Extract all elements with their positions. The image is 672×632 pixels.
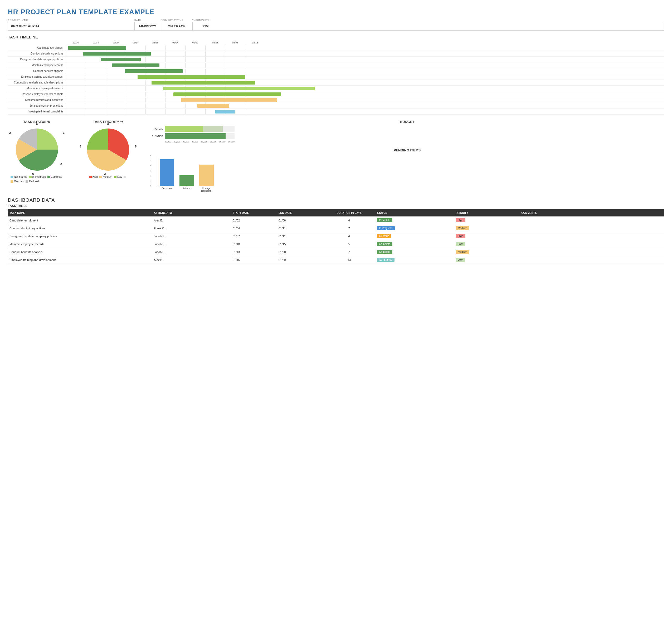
pending-labels: Decisions Actions Change Requests [157,186,664,192]
priority-badge: High [456,218,465,222]
budget-planned-row: PLANNED [150,133,235,139]
task-comments [520,248,664,256]
gantt-bar [197,104,229,108]
pending-y-axis: 0123456 [150,154,151,187]
gantt-bar [112,64,160,67]
task-start: 01/10 [231,240,277,248]
project-header: PROJECT NAME DATE PROJECT STATUS % COMPL… [8,19,664,30]
pending-bar-decisions [160,159,174,186]
gantt-bar [125,69,183,73]
task-priority: Low [454,256,520,264]
right-charts: BUDGET ACTUAL PLANNED 20,00030,00040,000… [150,120,664,192]
gantt-row: Candidate recruitment [8,45,664,51]
table-header-row: TASK NAME ASSIGNED TO START DATE END DAT… [8,209,664,217]
task-priority: High [454,232,520,240]
task-start: 01/07 [231,232,277,240]
gantt-row: Employee training and development [8,74,664,80]
gantt-bar [68,46,126,50]
col-header-priority: PRIORITY [454,209,520,217]
task-table: TASK NAME ASSIGNED TO START DATE END DAT… [8,209,664,264]
budget-actual-label: ACTUAL [150,127,165,130]
gantt-task-track [66,57,664,62]
pending-section: PENDING ITEMS 0123456 [150,148,664,192]
task-comments [520,217,664,224]
gantt-tick: 02/03 [205,41,225,44]
gantt-task-label: Design and update company policies [8,58,66,61]
gantt-task-label: Set standards for promotions [8,104,66,107]
gantt-bar [138,75,245,79]
task-assigned: Jacob S. [152,232,231,240]
status-badge: Not Started [377,258,394,262]
project-date: MM/DD/YY [135,22,161,30]
col-header-status: STATUS [375,209,454,217]
task-end: 01/08 [277,217,323,224]
budget-actual-track [165,126,235,132]
task-start: 01/16 [231,256,277,264]
gantt-task-label: Employee training and development [8,75,66,78]
gantt-tick: 01/19 [145,41,166,44]
gantt-row: Conduct disciplinary actions [8,51,664,57]
status-badge: Overdue [377,234,391,238]
task-duration: 13 [323,256,375,264]
status-badge: Complete [377,218,392,222]
task-status: In Progress [375,224,454,232]
task-end: 01/11 [277,224,323,232]
complete-label: % COMPLETE [192,19,219,21]
gantt-task-label: Conduct disciplinary actions [8,52,66,55]
gantt-row: Resolve employee internal conflicts [8,92,664,97]
task-priority: Medium [454,224,520,232]
task-name: Maintain employee records [8,240,152,248]
gantt-bar [215,110,235,113]
gantt-bar [163,86,315,90]
table-row: Candidate recruitment Alex B. 01/02 01/0… [8,217,664,224]
date-label: DATE [135,19,161,21]
task-status: Complete [375,240,454,248]
gantt-row: Investigate internal complaints [8,109,664,115]
gantt-row: Maintain employee records [8,62,664,68]
task-name: Candidate recruitment [8,217,152,224]
task-name: Conduct benefits analysis [8,248,152,256]
col-header-name: TASK NAME [8,209,152,217]
gantt-task-label: Candidate recruitment [8,46,66,49]
gantt-task-track [66,75,664,79]
task-duration: 7 [323,248,375,256]
task-end: 01/15 [277,240,323,248]
project-name-value: PROJECT ALPHA [8,22,135,30]
task-status-legend: Not Started In Progress Complete Overdue… [10,175,63,183]
task-priority: High [454,217,520,224]
gantt-task-track [66,109,664,114]
gantt-task-label: Disburse rewards and incentives [8,99,66,101]
priority-badge: Medium [456,250,469,254]
gantt-task-track [66,98,664,102]
decisions-bar [160,159,174,186]
task-priority-chart: TASK PRIORITY % 0 5 4 3 High Medium Low [79,120,137,178]
gantt-tick: 12/30 [66,41,86,44]
task-status: Not Started [375,256,454,264]
pending-bar-actions [179,175,194,186]
priority-badge: Low [456,242,464,246]
gantt-task-label: Maintain employee records [8,64,66,67]
table-row: Design and update company policies Jacob… [8,232,664,240]
gantt-row: Monitor employee performance [8,85,664,92]
pending-bar-changerequests [199,165,214,186]
budget-planned-track [165,133,235,139]
table-row: Conduct benefits analysis Jacob S. 01/13… [8,248,664,256]
task-start: 01/13 [231,248,277,256]
pending-title: PENDING ITEMS [150,148,664,152]
task-name: Design and update company policies [8,232,152,240]
task-start: 01/04 [231,224,277,232]
task-comments [520,256,664,264]
col-header-end: END DATE [277,209,323,217]
col-header-assigned: ASSIGNED TO [152,209,231,217]
gantt-task-track [66,103,664,108]
gantt-tick: 01/14 [126,41,146,44]
task-priority-legend: High Medium Low [89,175,127,178]
project-name-label: PROJECT NAME [8,19,135,21]
budget-actual-row: ACTUAL [150,126,235,132]
gantt-bar [173,93,281,96]
project-info: PROJECT ALPHA MM/DD/YY ON TRACK 72% [8,22,664,30]
table-subtitle: TASK TABLE [8,204,664,208]
gantt-bar [101,58,141,61]
table-row: Employee training and development Alex B… [8,256,664,264]
pending-bars-container [157,154,664,186]
